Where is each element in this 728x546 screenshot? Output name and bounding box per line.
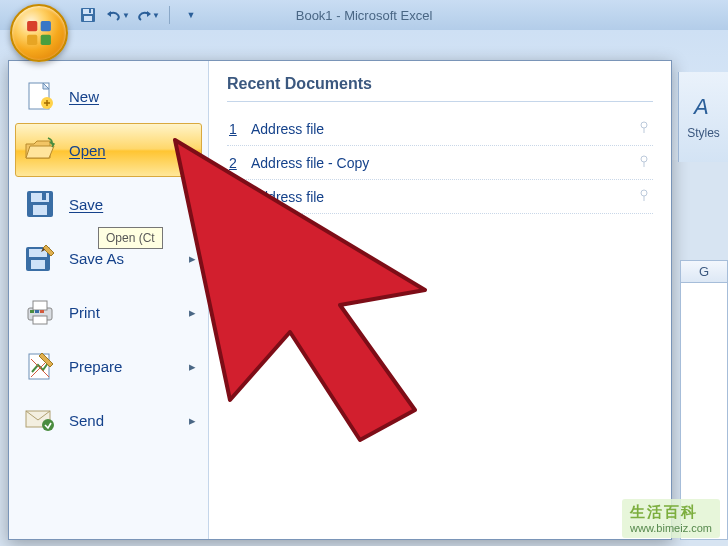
qat-undo-button[interactable]: ▼ [106, 4, 130, 26]
recent-document-item[interactable]: 3 Address file [227, 180, 653, 214]
dropdown-arrow-icon: ▼ [152, 11, 160, 20]
styles-label: Styles [687, 126, 720, 140]
watermark-url: www.bimeiz.com [630, 522, 712, 534]
menu-label: Save [69, 196, 103, 213]
chevron-right-icon: ▸ [189, 305, 196, 320]
styles-group[interactable]: A Styles [678, 72, 728, 162]
title-bar: ▼ ▼ ▼ Book1 - Microsoft Excel [0, 0, 728, 30]
svg-rect-20 [30, 310, 34, 313]
svg-point-25 [42, 419, 54, 431]
svg-rect-6 [27, 35, 37, 45]
dropdown-arrow-icon: ▼ [122, 11, 130, 20]
svg-rect-21 [35, 310, 39, 313]
office-button[interactable] [10, 4, 68, 62]
watermark: 生活百科 www.bimeiz.com [622, 499, 720, 538]
svg-rect-7 [41, 35, 51, 45]
recent-filename: Address file [251, 189, 324, 205]
dropdown-arrow-icon: ▼ [187, 10, 196, 20]
folder-open-icon [23, 133, 57, 167]
svg-rect-11 [31, 193, 49, 202]
qat-customize-button[interactable]: ▼ [179, 4, 203, 26]
svg-rect-16 [31, 260, 45, 269]
svg-rect-22 [40, 310, 44, 313]
recent-document-item[interactable]: 1 Address file [227, 112, 653, 146]
pin-icon[interactable] [637, 188, 651, 205]
undo-icon [106, 8, 121, 22]
separator [169, 6, 170, 24]
menu-label: Prepare [69, 358, 122, 375]
new-document-icon [23, 79, 57, 113]
svg-rect-1 [83, 9, 93, 14]
menu-label: Save As [69, 250, 124, 267]
office-menu: New Open Save Save As ▸ Print [8, 60, 672, 540]
floppy-icon [80, 7, 96, 23]
recent-filename: Address file [251, 121, 324, 137]
menu-item-prepare[interactable]: Prepare ▸ [15, 339, 202, 393]
chevron-right-icon: ▸ [189, 413, 196, 428]
envelope-send-icon [23, 403, 57, 437]
save-as-icon [23, 241, 57, 275]
column-header[interactable]: G [681, 261, 727, 283]
svg-rect-19 [33, 316, 47, 324]
svg-rect-18 [33, 301, 47, 310]
quick-access-toolbar: ▼ ▼ ▼ [76, 4, 203, 26]
menu-item-new[interactable]: New [15, 69, 202, 123]
window-title: Book1 - Microsoft Excel [296, 8, 433, 23]
font-style-icon: A [691, 94, 717, 120]
qat-save-button[interactable] [76, 4, 100, 26]
save-icon [23, 187, 57, 221]
menu-label: Print [69, 304, 100, 321]
menu-item-print[interactable]: Print ▸ [15, 285, 202, 339]
pin-icon[interactable] [637, 154, 651, 171]
svg-rect-13 [42, 193, 46, 200]
chevron-right-icon: ▸ [189, 251, 196, 266]
recent-documents-pane: Recent Documents 1 Address file 2 Addres… [209, 61, 671, 539]
menu-item-open[interactable]: Open [15, 123, 202, 177]
office-menu-left-pane: New Open Save Save As ▸ Print [9, 61, 209, 539]
svg-point-28 [641, 190, 647, 196]
menu-item-save[interactable]: Save [15, 177, 202, 231]
watermark-brand: 生活百科 [630, 503, 712, 522]
svg-rect-3 [89, 9, 91, 13]
recent-documents-header: Recent Documents [227, 75, 653, 102]
recent-document-item[interactable]: 2 Address file - Copy [227, 146, 653, 180]
qat-redo-button[interactable]: ▼ [136, 4, 160, 26]
menu-item-send[interactable]: Send ▸ [15, 393, 202, 447]
menu-label: Open [69, 142, 106, 159]
chevron-right-icon: ▸ [189, 359, 196, 374]
pin-icon[interactable] [637, 120, 651, 137]
menu-label: New [69, 88, 99, 105]
svg-text:A: A [692, 94, 709, 119]
svg-point-27 [641, 156, 647, 162]
svg-rect-5 [41, 21, 51, 31]
recent-number: 1 [229, 121, 241, 137]
svg-rect-2 [84, 16, 92, 21]
svg-point-26 [641, 122, 647, 128]
worksheet-grid[interactable]: G [680, 260, 728, 540]
recent-filename: Address file - Copy [251, 155, 369, 171]
menu-label: Send [69, 412, 104, 429]
prepare-icon [23, 349, 57, 383]
svg-rect-12 [33, 205, 47, 215]
recent-number: 2 [229, 155, 241, 171]
tooltip: Open (Ct [98, 227, 163, 249]
office-logo-icon [22, 16, 56, 50]
redo-icon [136, 8, 151, 22]
printer-icon [23, 295, 57, 329]
svg-rect-4 [27, 21, 37, 31]
